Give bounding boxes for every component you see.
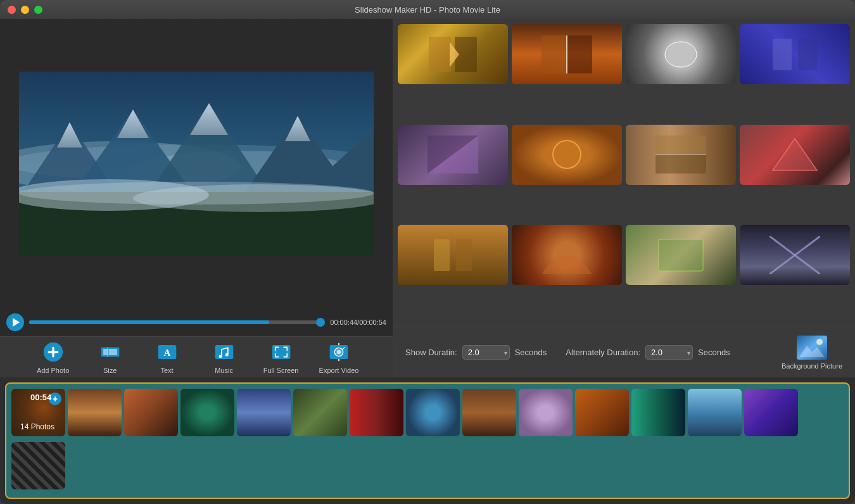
full-screen-icon	[269, 340, 293, 364]
transition-thumb[interactable]	[398, 24, 508, 84]
right-panel: Show Duratin: 2.0 1.0 3.0 4.0 5.0 Second…	[393, 19, 855, 377]
add-photo-icon	[41, 340, 65, 364]
app-title: Slideshow Maker HD - Photo Movie Lite	[355, 5, 500, 15]
svg-rect-26	[215, 345, 233, 359]
background-picture-label: Background Picture	[782, 362, 842, 370]
alt-duration-select[interactable]: 2.0 1.0 3.0 4.0 5.0	[645, 345, 693, 360]
music-button[interactable]: Music	[205, 340, 243, 374]
close-button[interactable]	[8, 6, 16, 14]
film-item[interactable]	[406, 389, 460, 436]
film-item[interactable]	[462, 389, 516, 436]
filmstrip-area: + 00:54 14 Photos	[0, 377, 855, 504]
time-display: 00:00:44/00:00:54	[330, 318, 386, 326]
settings-row: Show Duratin: 2.0 1.0 3.0 4.0 5.0 Second…	[393, 327, 855, 377]
preview-video	[0, 19, 393, 308]
filmstrip-container: + 00:54 14 Photos	[5, 382, 850, 499]
text-icon: A	[155, 340, 179, 364]
svg-point-28	[225, 353, 228, 356]
svg-rect-21	[103, 349, 108, 355]
filmstrip-count: 14 Photos	[20, 422, 54, 431]
show-duration-unit: Seconds	[515, 348, 547, 357]
background-picture-button[interactable]: Background Picture	[782, 336, 842, 370]
title-bar: Slideshow Maker HD - Photo Movie Lite	[0, 0, 855, 19]
transition-thumb[interactable]	[740, 125, 850, 185]
full-screen-label: Full Screen	[263, 367, 299, 374]
svg-rect-52	[659, 239, 703, 271]
film-item[interactable]	[293, 389, 347, 436]
svg-point-44	[553, 141, 581, 168]
text-label: Text	[161, 367, 174, 374]
svg-marker-48	[773, 139, 817, 170]
timeline-thumb	[316, 318, 325, 327]
timeline-track[interactable]	[29, 320, 325, 324]
show-duration-select-wrap[interactable]: 2.0 1.0 3.0 4.0 5.0	[462, 345, 510, 360]
show-duration-select[interactable]: 2.0 1.0 3.0 4.0 5.0	[462, 345, 510, 360]
transition-thumb[interactable]	[626, 125, 736, 185]
play-button[interactable]	[6, 313, 24, 331]
timeline-fill	[29, 320, 269, 324]
film-item[interactable]	[237, 389, 291, 436]
svg-rect-19	[48, 351, 58, 353]
alt-duration-select-wrap[interactable]: 2.0 1.0 3.0 4.0 5.0	[645, 345, 693, 360]
svg-point-16	[19, 182, 374, 205]
export-video-label: Export Video	[319, 367, 359, 374]
toolbar: Add Photo Size	[0, 336, 393, 377]
svg-point-57	[816, 339, 823, 345]
film-item[interactable]	[350, 389, 403, 436]
full-screen-button[interactable]: Full Screen	[262, 340, 300, 374]
svg-rect-22	[108, 349, 117, 355]
transition-thumb[interactable]	[398, 125, 508, 185]
background-picture-icon	[797, 336, 827, 360]
add-photo-button[interactable]: Add Photo	[34, 340, 72, 374]
svg-rect-36	[542, 35, 567, 73]
transition-thumb[interactable]	[512, 225, 622, 285]
film-item[interactable]	[519, 389, 573, 436]
maximize-button[interactable]	[34, 6, 42, 14]
export-video-icon	[327, 340, 351, 364]
film-item[interactable]	[124, 389, 178, 436]
film-item[interactable]	[575, 389, 629, 436]
transition-thumb[interactable]	[512, 24, 622, 84]
film-item[interactable]	[68, 389, 122, 436]
traffic-lights	[8, 6, 42, 14]
svg-text:A: A	[163, 347, 170, 358]
transition-thumb[interactable]	[512, 125, 622, 185]
film-item[interactable]	[688, 389, 742, 436]
transition-thumb[interactable]	[740, 24, 850, 84]
svg-rect-40	[773, 39, 792, 70]
svg-point-27	[218, 355, 222, 358]
size-icon	[98, 340, 122, 364]
size-button[interactable]: Size	[91, 340, 129, 374]
filmstrip-time: 00:54	[30, 393, 51, 402]
film-item[interactable]	[631, 389, 685, 436]
show-duration-label: Show Duratin:	[405, 348, 457, 357]
transition-thumb[interactable]	[626, 24, 736, 84]
show-duration-group: Show Duratin: 2.0 1.0 3.0 4.0 5.0 Second…	[405, 345, 547, 360]
preview-image	[19, 72, 374, 255]
music-label: Music	[215, 367, 233, 374]
size-label: Size	[103, 367, 117, 374]
svg-rect-45	[656, 135, 706, 154]
export-video-button[interactable]: Export Video	[319, 340, 359, 374]
film-item-first[interactable]: + 00:54 14 Photos	[11, 389, 65, 436]
film-item[interactable]	[180, 389, 234, 436]
film-item[interactable]	[744, 389, 798, 436]
film-item[interactable]	[11, 442, 65, 489]
add-photo-label: Add Photo	[37, 367, 69, 374]
text-button[interactable]: A Text	[148, 340, 186, 374]
alt-duration-label: Alternately Duration:	[566, 348, 640, 357]
transitions-grid	[393, 19, 855, 327]
play-icon	[13, 318, 20, 327]
svg-point-32	[337, 350, 341, 355]
mountain-scene-svg	[19, 72, 374, 255]
minimize-button[interactable]	[21, 6, 29, 14]
transition-thumb[interactable]	[398, 225, 508, 285]
transition-thumb[interactable]	[740, 225, 850, 285]
svg-rect-50	[456, 239, 472, 271]
main-area: 00:00:44/00:00:54 Add Photo	[0, 19, 855, 377]
preview-panel: 00:00:44/00:00:54 Add Photo	[0, 19, 393, 377]
svg-rect-46	[656, 154, 706, 173]
svg-rect-33	[429, 37, 451, 72]
alt-duration-group: Alternately Duration: 2.0 1.0 3.0 4.0 5.…	[566, 345, 730, 360]
transition-thumb[interactable]	[626, 225, 736, 285]
